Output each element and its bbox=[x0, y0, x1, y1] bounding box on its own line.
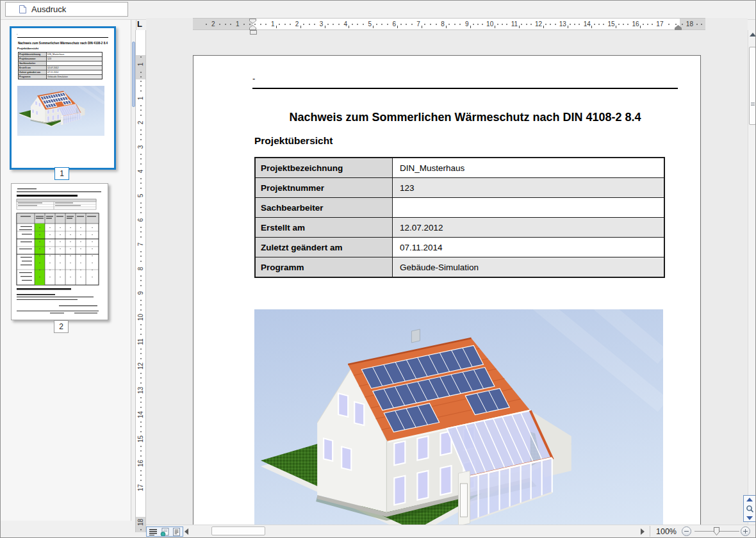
project-overview-table: Projektbezeichnung DIN_Musterhaus Projek… bbox=[254, 157, 665, 278]
horizontal-ruler: 21 1234567891011121314151617 18 bbox=[193, 18, 705, 30]
thumbnail-panel: - Nachweis zum Sommerlichen Wärmeschutz … bbox=[1, 20, 131, 521]
table-row: Erstellt am 12.07.2012 bbox=[255, 218, 664, 238]
ruler-left-margin: 21 bbox=[193, 19, 252, 29]
table-row: Projektbezeichnung DIN_Musterhaus bbox=[255, 158, 664, 178]
header-rule bbox=[252, 88, 678, 89]
lines-view-icon bbox=[149, 528, 158, 535]
page-number-badge-2[interactable]: 2 bbox=[54, 320, 69, 333]
page-number-badge-1[interactable]: 1 bbox=[54, 167, 69, 180]
browse-buttons-group bbox=[743, 495, 756, 522]
page-thumbnail-2[interactable] bbox=[11, 183, 108, 320]
horizontal-scrollbar-thumb[interactable] bbox=[211, 526, 265, 535]
table-row-label: Projektnummer bbox=[255, 178, 393, 198]
vertical-scrollbar-thumb[interactable] bbox=[749, 47, 756, 125]
ruler-bottom-margin: 18 bbox=[136, 517, 145, 532]
ruler-right-margin: 18 bbox=[680, 19, 705, 29]
table-row-value: Gebäude-Simulation bbox=[393, 257, 665, 278]
table-row-label: Programm bbox=[255, 257, 393, 278]
vertical-scrollbar[interactable] bbox=[748, 30, 756, 525]
ruler-top-margin: 1 bbox=[136, 55, 145, 79]
zoom-level-label: 100% bbox=[652, 527, 680, 536]
table-row-value: 12.07.2012 bbox=[393, 218, 665, 238]
vertical-ruler: 1 1234567891011121314151617 18 bbox=[135, 30, 146, 532]
table-row-value bbox=[393, 198, 665, 218]
print-preview-window: Ausdruck - Nachweis zum Sommerlichen Wär… bbox=[0, 0, 756, 538]
ruler-v-scale: 1234567891011121314151617 bbox=[136, 79, 145, 493]
table-row-label: Erstellt am bbox=[255, 218, 393, 238]
document-viewport: - Nachweis zum Sommerlichen Wärmeschutz … bbox=[146, 30, 748, 525]
page-thumbnail-1[interactable]: - Nachweis zum Sommerlichen Wärmeschutz … bbox=[10, 26, 116, 170]
mini-table-row: Sachbearbeiter bbox=[19, 61, 102, 66]
document-area: - Nachweis zum Sommerlichen Wärmeschutz … bbox=[146, 18, 748, 525]
table-row: Sachbearbeiter bbox=[255, 198, 664, 218]
mini-table-row: ProgrammGebäude-Simulation bbox=[19, 75, 102, 79]
zoom-slider-handle[interactable] bbox=[714, 527, 719, 535]
status-bar: 100% bbox=[146, 525, 756, 537]
document-page: - Nachweis zum Sommerlichen Wärmeschutz … bbox=[193, 55, 701, 525]
header-dash: - bbox=[252, 74, 255, 83]
top-bar: Ausdruck bbox=[1, 1, 755, 20]
mini-section-heading: Projektübersicht bbox=[17, 47, 38, 50]
table-row-label: Zuletzt geändert am bbox=[255, 238, 393, 257]
page-layout-icon bbox=[160, 528, 170, 536]
left-indent-marker[interactable] bbox=[250, 30, 257, 35]
table-row-value: 123 bbox=[393, 178, 665, 198]
scroll-right-arrow-icon[interactable] bbox=[641, 528, 645, 535]
table-row: Programm Gebäude-Simulation bbox=[255, 257, 664, 278]
next-page-button[interactable] bbox=[746, 516, 753, 520]
tab-ausdruck[interactable]: Ausdruck bbox=[5, 2, 128, 17]
mini-house-rendering bbox=[17, 86, 104, 136]
mini-project-table: ProjektbezeichnungDIN_Musterhaus Projekt… bbox=[18, 52, 103, 79]
section-heading: Projektübersicht bbox=[254, 135, 333, 147]
table-row: Projektnummer 123 bbox=[255, 178, 664, 198]
mini-table-row: Projektnummer123 bbox=[19, 57, 102, 61]
statusbar-separator bbox=[650, 526, 650, 537]
previous-page-button[interactable] bbox=[746, 498, 753, 501]
table-row-value: 07.11.2014 bbox=[393, 238, 665, 257]
mini-page-title: Nachweis zum Sommerlichen Wärmeschutz na… bbox=[15, 42, 111, 45]
page-title: Nachweis zum Sommerlichen Wärmeschutz na… bbox=[252, 111, 678, 124]
table-row-value: DIN_Musterhaus bbox=[393, 158, 665, 178]
page-outline-icon bbox=[172, 528, 181, 536]
select-browse-object-magnifier-icon[interactable] bbox=[746, 505, 754, 513]
table-row-label: Projektbezeichnung bbox=[255, 158, 393, 178]
mini-table-row: Erstellt am12.07.2012 bbox=[19, 66, 102, 70]
normal-view-button[interactable] bbox=[147, 528, 159, 536]
scroll-up-arrow-icon[interactable] bbox=[750, 33, 756, 37]
outline-view-button[interactable] bbox=[170, 528, 182, 536]
scrollbar-grip-icon bbox=[751, 102, 755, 106]
zoom-in-button[interactable] bbox=[741, 526, 750, 536]
view-mode-buttons bbox=[146, 526, 183, 537]
table-row-label: Sachbearbeiter bbox=[255, 198, 393, 218]
table-row: Zuletzt geändert am 07.11.2014 bbox=[255, 238, 664, 257]
scroll-left-arrow-icon[interactable] bbox=[185, 528, 188, 535]
mini-table-row: ProjektbezeichnungDIN_Musterhaus bbox=[19, 53, 102, 57]
mini-header-dash: - bbox=[17, 32, 18, 36]
mini-header-rule bbox=[17, 37, 108, 38]
house-3d-rendering bbox=[254, 309, 663, 525]
ruler-scale: 1234567891011121314151617 bbox=[252, 19, 665, 29]
page-2-preview bbox=[12, 184, 106, 318]
document-icon bbox=[19, 4, 27, 14]
page-layout-view-button[interactable] bbox=[159, 528, 170, 536]
zoom-out-button[interactable] bbox=[682, 526, 691, 536]
mini-table-row: Zuletzt geändert am07.11.2014 bbox=[19, 70, 102, 75]
tab-label: Ausdruck bbox=[31, 4, 66, 14]
